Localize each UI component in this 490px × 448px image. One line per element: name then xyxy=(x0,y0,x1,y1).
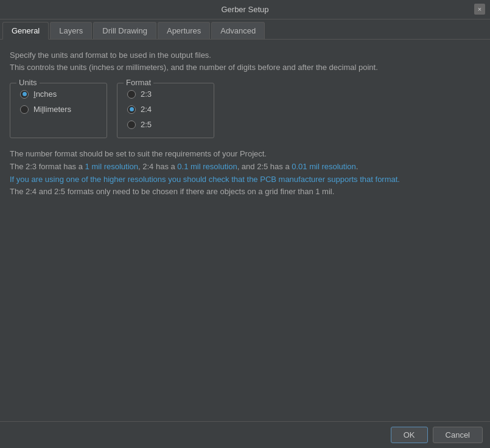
radio-2-5-circle xyxy=(127,121,136,129)
tab-apertures[interactable]: Apertures xyxy=(158,22,210,39)
format-2-4-label: 2:4 xyxy=(141,105,152,114)
title-bar: Gerber Setup × xyxy=(0,0,490,19)
format-group: Format 2:3 2:4 2:5 xyxy=(117,83,214,138)
format-label: Format xyxy=(124,78,153,87)
radio-inches[interactable]: Inches xyxy=(20,89,97,99)
description-line2: This controls the units (inches or milli… xyxy=(10,61,480,74)
info-line2: The 2:3 format has a 1 mil resolution, 2… xyxy=(10,161,480,173)
tab-advanced[interactable]: Advanced xyxy=(211,22,265,39)
tabs-container: General Layers Drill Drawing Apertures A… xyxy=(0,19,490,40)
tab-drill-drawing[interactable]: Drill Drawing xyxy=(93,22,156,39)
close-button[interactable]: × xyxy=(474,4,485,15)
format-2-3-label: 2:3 xyxy=(141,89,152,99)
radio-millimeters-circle xyxy=(20,105,29,114)
radio-inches-circle xyxy=(20,90,29,99)
tab-layers[interactable]: Layers xyxy=(50,22,92,39)
format-2-5-label: 2:5 xyxy=(141,120,152,129)
info-line3: If you are using one of the higher resol… xyxy=(10,173,480,186)
cancel-button[interactable]: Cancel xyxy=(433,427,483,443)
radio-2-4[interactable]: 2:4 xyxy=(127,105,204,114)
radio-2-3[interactable]: 2:3 xyxy=(127,89,204,99)
millimeters-label: Millimeters xyxy=(33,105,71,114)
inches-label: Inches xyxy=(33,89,57,99)
radio-2-3-circle xyxy=(127,90,136,99)
options-row: Units Inches Millimeters Format 2:3 xyxy=(10,83,480,138)
dialog-title: Gerber Setup xyxy=(221,5,268,14)
radio-2-5[interactable]: 2:5 xyxy=(127,120,204,129)
content-area: Specify the units and format to be used … xyxy=(0,40,490,421)
units-group: Units Inches Millimeters xyxy=(10,83,107,138)
tab-general[interactable]: General xyxy=(2,22,49,40)
description-line1: Specify the units and format to be used … xyxy=(10,49,480,61)
ok-button[interactable]: OK xyxy=(391,427,428,443)
info-section: The number format should be set to suit … xyxy=(10,148,480,198)
bottom-bar: OK Cancel xyxy=(0,421,490,448)
radio-millimeters[interactable]: Millimeters xyxy=(20,105,97,114)
info-line4: The 2:4 and 2:5 formats only need to be … xyxy=(10,186,480,198)
units-label: Units xyxy=(16,78,40,87)
radio-2-4-circle xyxy=(127,105,136,114)
dialog: Gerber Setup × General Layers Drill Draw… xyxy=(0,0,490,448)
description-text: Specify the units and format to be used … xyxy=(10,49,480,73)
info-line1: The number format should be set to suit … xyxy=(10,148,480,161)
